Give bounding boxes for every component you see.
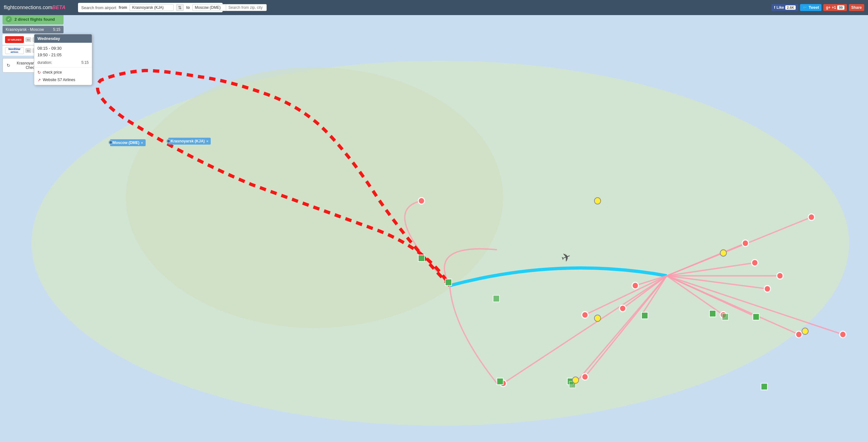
route-label: Krasnoyarsk - Moscow (6, 27, 44, 32)
moscow-close-button[interactable]: × (141, 141, 143, 145)
moscow-location-label: Moscow (DME) × (110, 139, 146, 146)
results-banner: ✓ 2 direct flights found (2, 14, 64, 25)
moscow-label: Moscow (DME) (113, 140, 139, 145)
check-price-action[interactable]: ↻ check price (37, 69, 89, 75)
swap-button[interactable]: ⇅ (176, 4, 184, 11)
duration-value: 5:15 (82, 60, 89, 65)
results-text: 2 direct flights found (14, 17, 55, 22)
duration-row: duration: 5:15 (37, 60, 89, 65)
day-su-nordstar[interactable]: su (26, 49, 31, 53)
refresh-icon: ↻ (7, 63, 10, 68)
from-airport-input[interactable] (130, 4, 174, 11)
nordstar-logo: NordStar airlines (5, 47, 24, 54)
search-bar: Search from airport from ⇅ to (78, 3, 223, 12)
tooltip-day: Wednesday (37, 36, 60, 41)
tooltip-header: Wednesday (34, 34, 92, 43)
check-icon: ✓ (6, 16, 12, 22)
krasnoyarsk-location-label: Krasnoyarsk (KJA) × (168, 138, 211, 145)
flight-time-2: 19:50 - 21:05 (37, 52, 89, 59)
website-icon: ↗ (37, 77, 41, 82)
website-s7-action[interactable]: ↗ Website S7 Airlines (37, 77, 89, 83)
site-logo: flightconnections.comBETA (4, 5, 65, 10)
zip-city-input[interactable] (226, 4, 267, 11)
duration-label: duration: (37, 60, 52, 65)
krasnoyarsk-dot (166, 139, 171, 144)
route-header: Krasnoyarsk - Moscow 5:15 (2, 26, 64, 33)
svg-point-20 (418, 198, 425, 204)
flight-time-1: 08:15 - 09:30 (37, 45, 89, 52)
krasnoyarsk-close-button[interactable]: × (206, 139, 208, 143)
s7-logo: S7 AIRLINES (5, 36, 24, 43)
website-s7-label: Website S7 Airlines (43, 77, 75, 82)
check-price-icon: ↻ (37, 70, 41, 75)
day-su-s7[interactable]: su (26, 37, 31, 42)
from-label: from (119, 5, 127, 10)
search-from-label: Search from airport (81, 5, 116, 10)
moscow-dot (108, 140, 113, 145)
to-label: to (186, 5, 190, 10)
tooltip-actions: ↻ check price ↗ Website S7 Airlines (34, 67, 92, 85)
header: flightconnections.comBETA Search from ai… (0, 0, 434, 15)
flight-tooltip: Wednesday 08:15 - 09:30 19:50 - 21:05 du… (34, 34, 92, 85)
tooltip-body: 08:15 - 09:30 19:50 - 21:05 duration: 5:… (34, 43, 92, 67)
krasnoyarsk-label: Krasnoyarsk (KJA) (171, 139, 205, 144)
route-duration: 5:15 (53, 27, 60, 32)
logo-beta: BETA (52, 5, 65, 10)
logo-text: flightconnections.com (4, 5, 52, 10)
check-price-action-label: check price (43, 70, 62, 74)
